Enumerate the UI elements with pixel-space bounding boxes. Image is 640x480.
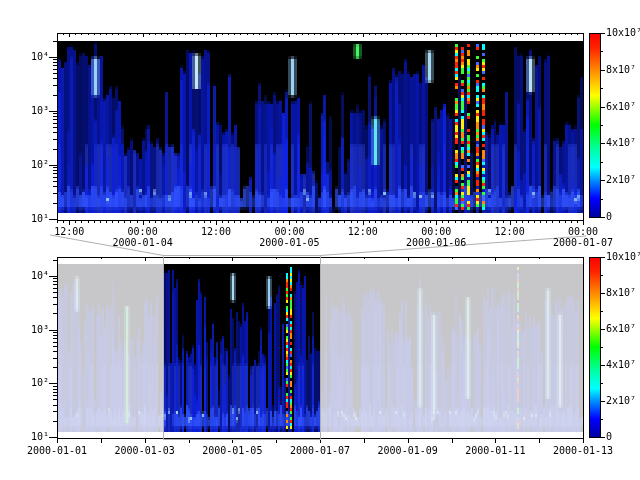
spectrogram-figure: 12:0000:00 2000-01-0412:0000:00 2000-01-… — [0, 0, 640, 480]
selection-box[interactable] — [162, 255, 320, 440]
context-plot-area[interactable] — [57, 257, 583, 438]
colorbar-context — [589, 257, 600, 437]
zoom-plot-area[interactable] — [57, 33, 583, 220]
colorbar-zoom — [589, 33, 600, 217]
